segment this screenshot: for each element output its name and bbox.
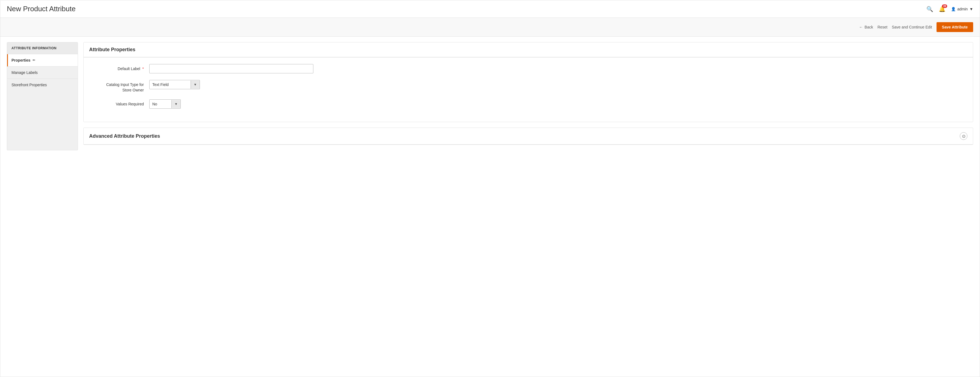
advanced-properties-header: Advanced Attribute Properties ⊙ [84, 128, 973, 145]
advanced-properties-collapse-button[interactable]: ⊙ [960, 132, 967, 140]
values-required-select-wrapper: No Yes ▼ [149, 99, 181, 109]
notification-button[interactable]: 🔔 39 [939, 6, 945, 12]
header-right: 🔍 🔔 39 👤 admin ▼ [926, 6, 973, 12]
save-continue-label: Save and Continue Edit [892, 25, 932, 29]
attribute-properties-header: Attribute Properties [84, 42, 973, 57]
reset-button[interactable]: Reset [877, 25, 888, 29]
content-wrapper: ATTRIBUTE INFORMATION Properties ✏ Manag… [0, 37, 980, 156]
advanced-properties-title: Advanced Attribute Properties [89, 133, 160, 139]
search-button[interactable]: 🔍 [926, 6, 933, 12]
default-label-field [149, 64, 313, 73]
sidebar-item-manage-labels[interactable]: Manage Labels [7, 67, 78, 79]
admin-menu-button[interactable]: 👤 admin ▼ [951, 7, 973, 11]
main-content: Attribute Properties Default Label * [83, 42, 973, 150]
save-attribute-button[interactable]: Save Attribute [937, 22, 973, 32]
collapse-icon: ⊙ [962, 134, 966, 139]
catalog-input-type-select[interactable]: Text Field Text Area Text Editor Date Da… [150, 80, 191, 89]
reset-label: Reset [877, 25, 888, 29]
required-star: * [142, 67, 144, 71]
catalog-input-type-label: Catalog Input Type for Store Owner [89, 80, 144, 93]
values-required-label: Values Required [89, 99, 144, 107]
chevron-down-icon: ▼ [969, 7, 973, 11]
values-required-arrow-icon: ▼ [172, 100, 180, 108]
catalog-input-type-arrow-icon: ▼ [191, 80, 200, 89]
sidebar-item-storefront-properties[interactable]: Storefront Properties [7, 79, 78, 91]
attribute-properties-section: Attribute Properties Default Label * [83, 42, 973, 122]
sidebar-section-title: ATTRIBUTE INFORMATION [7, 42, 78, 54]
default-label-row: Default Label * [89, 64, 967, 73]
attribute-properties-body: Default Label * Catalog Input Type for S… [84, 58, 973, 122]
default-label-label: Default Label * [89, 64, 144, 72]
values-required-field: No Yes ▼ [149, 99, 313, 109]
back-arrow-icon: ← [859, 25, 863, 29]
advanced-properties-section: Advanced Attribute Properties ⊙ [83, 128, 973, 145]
sidebar-item-properties[interactable]: Properties ✏ [7, 54, 78, 67]
back-button[interactable]: ← Back [859, 25, 873, 29]
default-label-input[interactable] [149, 64, 313, 73]
page-wrapper: New Product Attribute 🔍 🔔 39 👤 admin ▼ ←… [0, 0, 980, 377]
sidebar-item-manage-labels-label: Manage Labels [11, 70, 38, 75]
search-icon: 🔍 [926, 6, 933, 12]
user-icon: 👤 [951, 7, 956, 11]
admin-label: admin [957, 7, 968, 11]
sidebar-item-properties-label: Properties [11, 58, 30, 62]
sidebar: ATTRIBUTE INFORMATION Properties ✏ Manag… [7, 42, 78, 150]
sidebar-item-storefront-properties-label: Storefront Properties [11, 83, 47, 87]
catalog-input-type-field: Text Field Text Area Text Editor Date Da… [149, 80, 313, 89]
page-title: New Product Attribute [7, 5, 75, 13]
catalog-input-type-row: Catalog Input Type for Store Owner Text … [89, 80, 967, 93]
values-required-select[interactable]: No Yes [150, 100, 172, 109]
catalog-input-type-select-wrapper: Text Field Text Area Text Editor Date Da… [149, 80, 200, 89]
back-label: Back [865, 25, 873, 29]
page-header: New Product Attribute 🔍 🔔 39 👤 admin ▼ [0, 0, 980, 18]
save-continue-button[interactable]: Save and Continue Edit [892, 25, 932, 29]
attribute-properties-title: Attribute Properties [89, 47, 135, 53]
notification-badge: 39 [942, 5, 947, 8]
values-required-row: Values Required No Yes ▼ [89, 99, 967, 109]
save-attribute-label: Save Attribute [942, 25, 968, 29]
edit-icon: ✏ [33, 58, 35, 62]
action-toolbar: ← Back Reset Save and Continue Edit Save… [0, 18, 980, 37]
